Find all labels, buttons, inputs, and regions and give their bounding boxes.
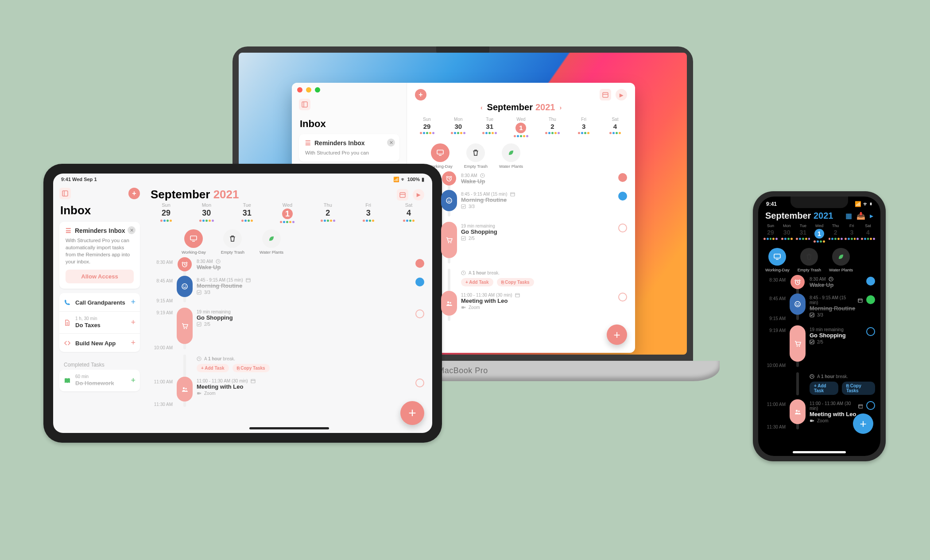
add-task-button[interactable]: + Add Task (810, 382, 838, 395)
svg-rect-11 (511, 193, 515, 196)
weekday-cell[interactable]: Sat 4 (861, 224, 875, 243)
event-check[interactable] (618, 222, 627, 232)
event-check[interactable] (866, 399, 875, 410)
inbox-item[interactable]: Call Grandparents + (59, 293, 140, 312)
weekday-cell[interactable]: Mon 30 (191, 202, 222, 223)
weekday-cell[interactable]: Sun 29 (417, 117, 437, 137)
zoom-icon[interactable] (315, 87, 320, 93)
add-inbox-button[interactable]: + (415, 89, 426, 100)
timeline-event[interactable]: 8:30 AM 8:30 AM Wake Up (415, 171, 627, 185)
inbox-button[interactable]: 📥 (856, 212, 865, 220)
inbox-item[interactable]: 1 h, 30 min Do Taxes + (59, 312, 140, 334)
add-inbox-button[interactable]: + (128, 188, 140, 199)
close-icon[interactable]: ✕ (128, 226, 136, 234)
people-icon (441, 291, 457, 316)
event-check[interactable] (866, 294, 875, 304)
weekday-cell[interactable]: Sun 29 (151, 202, 182, 223)
timeline-event[interactable]: 9:19 AM10:00 AM 19 min remaining Go Shop… (763, 325, 875, 368)
add-to-timeline-button[interactable]: + (131, 338, 136, 348)
add-task-fab[interactable]: + (853, 413, 873, 434)
template-chip[interactable]: Working-Day (428, 143, 453, 169)
weekday-cell[interactable]: Wed 1 (812, 224, 826, 243)
event-check[interactable] (415, 377, 424, 387)
weekday-cell[interactable]: Wed 1 (511, 117, 531, 137)
copy-tasks-button[interactable]: ⎘ Copy Tasks (497, 278, 534, 286)
close-icon[interactable]: ✕ (387, 139, 395, 147)
weekday-cell[interactable]: Thu 2 (542, 117, 562, 137)
event-check[interactable] (618, 291, 627, 301)
next-button[interactable]: ▸ (616, 89, 627, 100)
month-title: September 2021 (765, 211, 833, 221)
chevron-left-icon[interactable]: ‹ (479, 104, 484, 111)
weekday-cell[interactable]: Sun 29 (763, 224, 778, 243)
weekday-cell[interactable]: Wed 1 (272, 202, 303, 223)
next-button[interactable]: ▸ (413, 189, 424, 201)
event-check[interactable] (415, 308, 424, 318)
timeline-event[interactable]: 9:19 AM10:00 AM 19 min remaining Go Shop… (151, 308, 424, 350)
template-chip[interactable]: Working-Day (765, 248, 790, 272)
close-icon[interactable] (297, 87, 302, 93)
timeline-event[interactable]: 11:00 AM11:30 AM 11:00 - 11:30 AM (30 mi… (151, 377, 424, 407)
template-chip[interactable]: Empty Trash (221, 229, 244, 255)
weekday-cell[interactable]: Mon 30 (448, 117, 469, 137)
event-check[interactable] (866, 275, 875, 286)
svg-rect-25 (400, 193, 405, 197)
weekday-cell[interactable]: Thu 2 (312, 202, 343, 223)
add-task-fab[interactable]: + (607, 324, 627, 345)
add-task-button[interactable]: + Add Task (197, 364, 229, 372)
inbox-item[interactable]: Build New App + (59, 334, 140, 352)
inbox-item[interactable]: 60 min Do Homework + (59, 370, 140, 391)
next-button[interactable]: ▸ (870, 212, 873, 220)
event-check[interactable] (415, 257, 424, 268)
timeline-event[interactable]: 8:30 AM 8:30 AM Wake Up (763, 275, 875, 289)
event-check[interactable] (618, 190, 627, 201)
calendar-button[interactable] (397, 189, 408, 201)
event-check[interactable] (415, 276, 424, 286)
sidebar-toggle-button[interactable] (59, 188, 71, 199)
add-to-timeline-button[interactable]: + (131, 376, 136, 385)
weekday-cell[interactable]: Tue 31 (480, 117, 500, 137)
svg-rect-4 (437, 150, 443, 154)
event-check[interactable] (618, 171, 627, 182)
weekday-cell[interactable]: Thu 2 (829, 224, 843, 243)
template-chip[interactable]: Empty Trash (798, 248, 821, 272)
weekday-cell[interactable]: Mon 30 (780, 224, 794, 243)
add-task-fab[interactable]: + (400, 401, 424, 425)
window-traffic-lights[interactable] (297, 87, 320, 93)
template-chip[interactable]: Water Plants (260, 229, 283, 255)
sidebar-toggle-button[interactable] (299, 99, 310, 110)
allow-access-button[interactable]: Allow Access (66, 270, 134, 283)
month-selector[interactable]: ‹ September 2021 › (415, 102, 627, 112)
timeline-event[interactable]: 8:45 AM9:15 AM 8:45 - 9:15 AM (15 min) M… (151, 276, 424, 303)
template-chip[interactable]: Water Plants (829, 248, 853, 272)
chevron-right-icon[interactable]: › (558, 104, 563, 111)
copy-tasks-button[interactable]: ⎘ Copy Tasks (232, 364, 270, 372)
add-task-button[interactable]: + Add Task (461, 278, 493, 286)
timeline-event[interactable]: 8:45 AM9:15 AM 8:45 - 9:15 AM (15 min) M… (763, 294, 875, 321)
weekday-cell[interactable]: Fri 3 (574, 117, 594, 137)
event-check[interactable] (866, 325, 875, 336)
minimize-icon[interactable] (306, 87, 311, 93)
calendar-button[interactable]: ▦ (845, 212, 852, 220)
weekday-cell[interactable]: Tue 31 (232, 202, 263, 223)
timeline-event[interactable]: 11:00 AM11:30 AM 11:00 - 11:30 AM (30 mi… (415, 291, 627, 321)
template-chip[interactable]: Empty Trash (464, 143, 488, 169)
svg-rect-43 (251, 379, 255, 383)
timeline-event[interactable]: 8:45 AM9:15 AM 8:45 - 9:15 AM (15 min) M… (415, 190, 627, 217)
template-chip[interactable]: Water Plants (499, 143, 523, 169)
weekday-cell[interactable]: Sat 4 (393, 202, 424, 223)
weekday-cell[interactable]: Tue 31 (796, 224, 810, 243)
weekday-cell[interactable]: Fri 3 (845, 224, 859, 243)
template-chip[interactable]: Working-Day (182, 229, 206, 255)
book-icon (64, 377, 71, 384)
add-to-timeline-button[interactable]: + (131, 318, 136, 327)
svg-point-9 (448, 200, 449, 201)
calendar-button[interactable] (600, 89, 611, 100)
add-to-timeline-button[interactable]: + (131, 297, 136, 307)
copy-tasks-button[interactable]: ⎘ Copy Tasks (842, 382, 875, 395)
timeline-event[interactable]: 8:30 AM 8:30 AM Wake Up (151, 257, 424, 271)
timeline-event[interactable]: 9:19 AM10:00 AM 19 min remaining Go Shop… (415, 222, 627, 264)
weekday-cell[interactable]: Sat 4 (605, 117, 625, 137)
weekday-cell[interactable]: Fri 3 (353, 202, 384, 223)
break-label: A 1 hour break. (810, 374, 875, 379)
